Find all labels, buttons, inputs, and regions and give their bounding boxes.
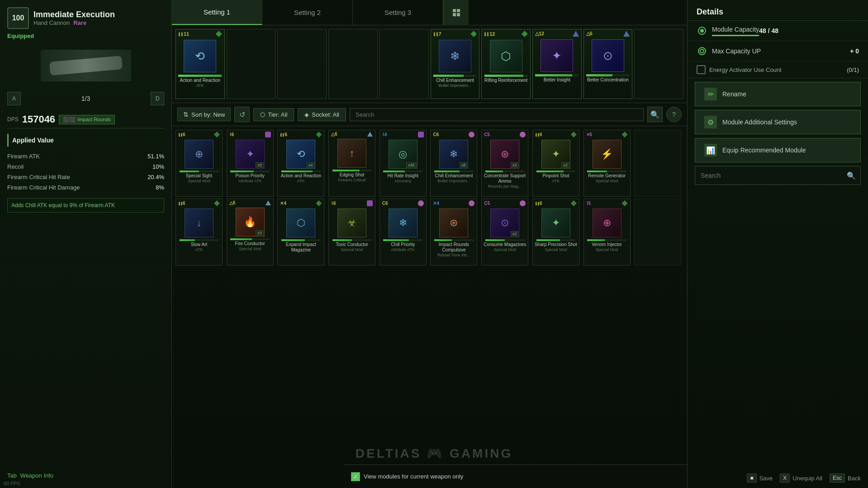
energy-label: Energy Activator Use Count: [709, 66, 847, 73]
weapon-image: [41, 50, 131, 81]
stat-row: Firearm ATK51.1%: [7, 151, 164, 161]
next-weapon-button[interactable]: D: [151, 92, 164, 105]
equipped-slot-4[interactable]: [379, 29, 429, 99]
inv-slot-empty: [634, 130, 681, 197]
tier-filter-button[interactable]: ⬡ Tier: All: [253, 108, 294, 121]
equipped-slot-8[interactable]: △6 ⊙ Better Concentration: [583, 29, 633, 99]
inv-module-remote-generator[interactable]: ✕5 ⚡ Remote Generator Special Mod: [583, 130, 631, 197]
inv-module-action-reaction[interactable]: ⫿⫿6 ⟲ x4 Action and Reaction ATK: [277, 130, 324, 197]
stat-value: 20.4%: [147, 174, 164, 180]
inv-module-edging-shot[interactable]: △6 ↑ Edging Shot Firearm Critical: [328, 130, 375, 197]
inv-module-consume-magazines[interactable]: C5 ⊙ x2 Consume Magazines Special Mod: [481, 199, 528, 265]
capacity-value: 48 / 48: [759, 27, 778, 34]
capacity-label: Module Capacity: [712, 26, 759, 33]
svg-rect-0: [453, 9, 456, 12]
weapon-rarity: Rare: [73, 19, 86, 26]
filter-checkbox[interactable]: ✓ View modules for current weapon only: [351, 472, 463, 481]
svg-rect-3: [457, 13, 460, 16]
equipped-slot-2[interactable]: [277, 29, 327, 99]
grid-view-button[interactable]: [443, 0, 469, 25]
module-settings-button[interactable]: ⚙ Module Additional Settings: [695, 110, 861, 134]
energy-icon: [697, 65, 706, 74]
main-area: Setting 1 Setting 2 Setting 3 ⫿⫿11 ⟲: [172, 0, 687, 488]
max-capacity-value: + 0: [850, 47, 859, 55]
inv-module-toxic-conductor[interactable]: ⌇6 ☣ Toxic Conductor Special Mod: [328, 199, 375, 265]
recommend-icon: 📊: [704, 144, 717, 156]
equipped-slot-0[interactable]: ⫿⫿11 ⟲ Action and Reaction ATK: [175, 29, 225, 99]
inv-module-venom-injector[interactable]: ⌇5 ⊕ Venom Injector Special Mod: [583, 199, 631, 265]
inv-slot-empty-2: [634, 199, 681, 265]
svg-point-6: [698, 47, 706, 55]
equipped-slot-7[interactable]: △12 ✦ Better Insight: [532, 29, 582, 99]
equipped-slot-1[interactable]: [227, 29, 276, 99]
inv-module-slow-art[interactable]: ⫿⫿6 ↓ Slow Art ATK: [175, 199, 223, 265]
equip-recommended-button[interactable]: 📊 Equip Recommended Module: [695, 138, 861, 162]
stat-value: 10%: [152, 163, 164, 170]
rename-button[interactable]: ✏ Rename: [695, 82, 861, 106]
inv-module-chill-enhancement[interactable]: C6 ❄ x8 Chill Enhancement Bullet Improve…: [430, 130, 477, 197]
capacity-bar: [712, 35, 759, 36]
dps-value: 157046: [22, 114, 55, 125]
inv-module-special-sight[interactable]: ⫿⫿6 ⊕ Special Sight Special Mod: [175, 130, 223, 197]
inv-module-concentrate-support[interactable]: C5 ⊛ x3 Concentrate Support Ammo Rounds …: [481, 130, 528, 197]
right-search-button[interactable]: 🔍: [842, 166, 860, 185]
help-button[interactable]: ?: [666, 107, 682, 122]
ammo-type-badge: ⬛⬛ Impact Rounds: [59, 115, 115, 124]
right-search-container: 🔍: [695, 166, 861, 185]
inv-module-fire-conductor[interactable]: △6 🔥 x3 Fire Conductor Special Mod: [227, 199, 274, 265]
search-input[interactable]: [350, 108, 644, 121]
stat-name: Firearm Critical Hit Damage: [7, 184, 80, 191]
inv-module-poison-priority[interactable]: ⌇6 ✦ x3 Poison Priority Attribute ATK: [227, 130, 274, 197]
stat-row: Firearm Critical Hit Damage8%: [7, 182, 164, 193]
applied-value-title: Applied Value: [7, 134, 164, 147]
refresh-button[interactable]: ↺: [234, 107, 250, 122]
bonus-text: Adds Chill ATK equal to 9% of Firearm AT…: [7, 198, 164, 213]
svg-point-7: [700, 49, 704, 53]
search-button[interactable]: 🔍: [647, 107, 663, 122]
prev-weapon-button[interactable]: A: [7, 92, 21, 105]
tab-setting-3[interactable]: Setting 3: [353, 0, 443, 25]
max-capacity-row: Max Capacity UP + 0: [688, 41, 868, 62]
equipped-slot-5[interactable]: ⫿⫿7 ❄ Chill Enhancement Bullet Improvem.…: [431, 29, 480, 99]
tab-setting-1[interactable]: Setting 1: [172, 0, 262, 25]
weapon-info-tab[interactable]: Tab Weapon Info: [7, 472, 55, 479]
filter-bar: ⇅ Sort by: New ↺ ⬡ Tier: All ◈ Socket: A…: [172, 103, 687, 126]
svg-point-5: [700, 29, 704, 33]
inv-module-hit-rate-insight[interactable]: ⌇4 ◎ x45 Hit Rate Insight Accuracy: [379, 130, 427, 197]
nav-bar: A 1/3 D: [7, 92, 164, 105]
stat-row: Recoil10%: [7, 161, 164, 172]
save-button[interactable]: ■ Save: [747, 474, 773, 483]
equipped-slot-6[interactable]: ⫿⫿12 ⬡ Rifling Reinforcement: [481, 29, 531, 99]
dps-label: DPS: [7, 116, 19, 123]
back-button[interactable]: Esc Back: [830, 474, 861, 483]
tab-setting-2[interactable]: Setting 2: [262, 0, 353, 25]
inv-module-impact-rounds[interactable]: ✕4 ⊛ Impact Rounds Compulsive Reload Tim…: [430, 199, 477, 265]
socket-filter-button[interactable]: ◈ Socket: All: [298, 108, 346, 121]
right-search-input[interactable]: [695, 167, 842, 184]
fps-label: 60 FPS: [4, 481, 20, 486]
svg-rect-2: [453, 13, 456, 16]
right-panel: Details Module Capacity 48 / 48 Max Capa…: [687, 0, 868, 488]
weapon-position: 1/3: [81, 95, 90, 102]
checkbox-icon[interactable]: ✓: [351, 472, 360, 481]
svg-rect-1: [457, 9, 460, 12]
equipped-slot-3[interactable]: [328, 29, 378, 99]
level-badge: 100: [7, 7, 29, 29]
weapon-name: Immediate Execution: [33, 10, 115, 19]
settings-icon: ⚙: [704, 116, 717, 128]
stat-name: Recoil: [7, 163, 24, 170]
inv-module-pinpoint-shot[interactable]: ⫿⫿6 ✦ x2 Pinpoint Shot ATK: [532, 130, 579, 197]
equipped-slot-9[interactable]: [634, 29, 683, 99]
sort-button[interactable]: ⇅ Sort by: New: [177, 108, 231, 121]
weapon-type: Hand Cannon: [33, 19, 70, 26]
stat-value: 51.1%: [147, 153, 164, 160]
inv-module-expand-impact[interactable]: ✕4 ⬡ Expand Impact Magazine: [277, 199, 324, 265]
unequip-all-button[interactable]: X Unequip All: [780, 474, 822, 483]
rename-icon: ✏: [704, 88, 717, 100]
weapon-header: 100 Immediate Execution Hand Cannon Rare: [7, 7, 164, 29]
level-number: 100: [12, 14, 24, 22]
dps-row: DPS 157046 ⬛⬛ Impact Rounds: [7, 111, 164, 128]
capacity-row: Module Capacity 48 / 48: [688, 21, 868, 41]
inv-module-sharp-precision[interactable]: ⫿⫿6 ✦ Sharp Precision Shot Special Mod: [532, 199, 579, 265]
inv-module-chill-priority[interactable]: C6 ❄ Chill Priority Attribute ATK: [379, 199, 427, 265]
